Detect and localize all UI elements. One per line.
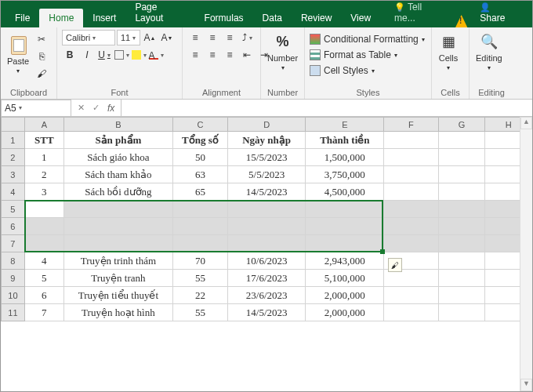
orientation-button[interactable]: ⤴ <box>239 30 255 45</box>
cell[interactable]: 7 <box>24 304 63 321</box>
tell-me[interactable]: Tell me... <box>385 0 452 27</box>
editing-button[interactable]: 🔍Editing▾ <box>474 30 504 73</box>
fill-color-button[interactable] <box>131 47 147 63</box>
name-box[interactable]: A5 <box>1 100 71 117</box>
cell[interactable] <box>173 201 228 218</box>
cell[interactable] <box>384 201 439 218</box>
insert-options-button[interactable]: 🖌 <box>388 258 402 272</box>
cell[interactable]: 1 <box>24 149 63 166</box>
bold-button[interactable]: B <box>62 47 78 63</box>
cell[interactable] <box>438 270 485 287</box>
cell[interactable] <box>438 304 485 321</box>
fx-icon[interactable]: fx <box>107 103 114 114</box>
cell[interactable] <box>227 235 306 252</box>
enter-formula-button[interactable]: ✓ <box>92 103 100 113</box>
select-all-corner[interactable] <box>2 118 25 132</box>
cell[interactable] <box>438 235 485 252</box>
tab-page-layout[interactable]: Page Layout <box>125 0 194 27</box>
align-top-button[interactable]: ≡ <box>187 30 203 45</box>
cell[interactable]: 3 <box>24 183 63 201</box>
cell[interactable]: 5 <box>24 270 63 287</box>
cell[interactable] <box>24 218 63 235</box>
align-bottom-button[interactable]: ≡ <box>222 30 237 45</box>
cell[interactable] <box>384 235 439 252</box>
row-header[interactable]: 9 <box>2 270 25 287</box>
align-center-button[interactable]: ≡ <box>205 47 220 63</box>
copy-button[interactable]: ⎘ <box>34 49 49 64</box>
cell[interactable]: 4 <box>24 252 63 270</box>
tab-insert[interactable]: Insert <box>83 9 125 27</box>
cell[interactable]: Tổng số <box>173 132 228 149</box>
cell[interactable]: 5,100,000 <box>306 270 384 287</box>
cell[interactable]: 55 <box>173 304 228 321</box>
cell[interactable]: STT <box>24 132 63 149</box>
column-header[interactable]: E <box>306 118 384 132</box>
cell[interactable]: Truyện tiểu thuyết <box>63 287 172 304</box>
cell[interactable]: 1,500,000 <box>306 149 384 166</box>
cell[interactable]: 65 <box>173 183 228 201</box>
vertical-scrollbar[interactable]: ▲▼ <box>520 117 532 391</box>
cell[interactable]: Sản phẩm <box>63 132 172 149</box>
cell[interactable] <box>438 287 485 304</box>
cell[interactable]: 55 <box>173 270 228 287</box>
row-header[interactable]: 1 <box>2 132 25 149</box>
cell[interactable]: Truyện trinh thám <box>63 252 172 270</box>
format-painter-button[interactable]: 🖌 <box>34 66 49 82</box>
cell[interactable]: 6 <box>24 287 63 304</box>
tab-view[interactable]: View <box>341 9 380 27</box>
cell[interactable] <box>438 218 485 235</box>
cancel-formula-button[interactable]: ✕ <box>78 103 85 113</box>
border-button[interactable] <box>114 47 129 63</box>
cell[interactable] <box>173 218 228 235</box>
tab-review[interactable]: Review <box>292 9 341 27</box>
row-header[interactable]: 7 <box>2 235 25 252</box>
cell[interactable]: 4,500,000 <box>306 183 384 201</box>
selection-handle[interactable] <box>380 249 385 254</box>
cell[interactable]: 63 <box>173 166 228 183</box>
font-color-button[interactable]: A <box>148 47 164 63</box>
cell[interactable]: Truyện tranh <box>63 270 172 287</box>
cell[interactable]: 23/6/2023 <box>227 287 306 304</box>
cell[interactable]: 22 <box>173 287 228 304</box>
cell[interactable] <box>227 218 306 235</box>
cell[interactable]: Ngày nhập <box>227 132 306 149</box>
cell[interactable]: 10/6/2023 <box>227 252 306 270</box>
cell[interactable] <box>384 183 439 201</box>
tab-file[interactable]: File <box>5 9 39 27</box>
underline-button[interactable]: U <box>96 47 112 63</box>
row-header[interactable]: 10 <box>2 287 25 304</box>
cell[interactable]: Thành tiền <box>306 132 384 149</box>
cell[interactable] <box>438 252 485 270</box>
row-header[interactable]: 4 <box>2 183 25 201</box>
cell-styles-button[interactable]: Cell Styles▾ <box>310 64 375 77</box>
cell[interactable]: 14/5/2023 <box>227 304 306 321</box>
cell[interactable]: 15/5/2023 <box>227 149 306 166</box>
cell[interactable] <box>384 149 439 166</box>
row-header[interactable]: 11 <box>2 304 25 321</box>
align-left-button[interactable]: ≡ <box>187 47 203 63</box>
row-header[interactable]: 3 <box>2 166 25 183</box>
cell[interactable] <box>63 201 172 218</box>
paste-button[interactable]: Paste ▾ <box>5 30 31 76</box>
cut-button[interactable]: ✂ <box>34 31 49 47</box>
cell[interactable] <box>384 132 439 149</box>
cell[interactable]: 2,000,000 <box>306 304 384 321</box>
cell[interactable] <box>227 201 306 218</box>
increase-font-button[interactable]: A▲ <box>142 30 158 45</box>
cell[interactable] <box>24 235 63 252</box>
cell[interactable] <box>306 201 384 218</box>
column-header[interactable]: C <box>173 118 228 132</box>
column-header[interactable]: A <box>24 118 63 132</box>
cell[interactable] <box>63 235 172 252</box>
cell[interactable] <box>24 201 63 218</box>
cell[interactable]: Sách tham khảo <box>63 166 172 183</box>
cell[interactable]: 50 <box>173 149 228 166</box>
cell[interactable] <box>384 304 439 321</box>
cell[interactable] <box>306 235 384 252</box>
share-button[interactable]: Share <box>470 0 526 27</box>
cell[interactable] <box>384 287 439 304</box>
cell[interactable] <box>384 166 439 183</box>
row-header[interactable]: 6 <box>2 218 25 235</box>
font-size-combo[interactable]: 11 <box>117 30 140 45</box>
row-header[interactable]: 2 <box>2 149 25 166</box>
